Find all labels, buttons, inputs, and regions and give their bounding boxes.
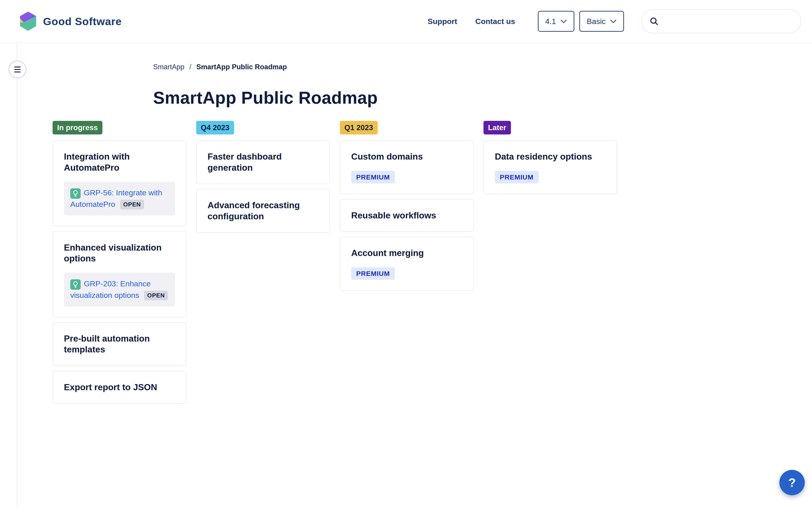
issue-status-badge: OPEN bbox=[120, 200, 144, 209]
sidebar-rail bbox=[0, 43, 17, 507]
breadcrumb-item-smartapp[interactable]: SmartApp bbox=[153, 63, 185, 71]
card-title: Reusable workflows bbox=[351, 210, 462, 221]
roadmap-card: Export report to JSON bbox=[53, 371, 186, 404]
column-status-badge: Later bbox=[484, 121, 511, 134]
column-status-badge: Q1 2023 bbox=[340, 121, 378, 134]
issue-link[interactable]: GRP-56: Integrate with AutomatePro bbox=[70, 188, 162, 209]
issue-status-badge: OPEN bbox=[144, 291, 168, 300]
card-title: Pre-built automation templates bbox=[64, 333, 175, 355]
nav-link-contact-us[interactable]: Contact us bbox=[475, 17, 515, 26]
search-icon bbox=[649, 16, 659, 26]
card-title: Advanced forecasting configuration bbox=[208, 200, 318, 222]
roadmap-card: Reusable workflows bbox=[340, 199, 473, 232]
page-title: SmartApp Public Roadmap bbox=[153, 88, 378, 108]
hamburger-icon bbox=[14, 66, 20, 67]
version-dropdown[interactable]: 4.1 bbox=[538, 11, 574, 32]
logo-text: Good Software bbox=[43, 15, 122, 27]
board-column: In progressIntegration with AutomateProG… bbox=[53, 121, 186, 409]
linked-issue-box: GRP-203: Enhance visualization options O… bbox=[64, 273, 175, 306]
chevron-down-icon bbox=[610, 19, 616, 23]
idea-lightbulb-icon bbox=[70, 279, 81, 290]
header: Good Software Support Contact us 4.1 Bas… bbox=[0, 0, 812, 43]
card-title: Integration with AutomatePro bbox=[64, 151, 175, 173]
nav-link-support[interactable]: Support bbox=[428, 17, 457, 26]
breadcrumb-separator: / bbox=[189, 63, 192, 71]
roadmap-board: In progressIntegration with AutomateProG… bbox=[53, 121, 617, 409]
chevron-down-icon bbox=[561, 19, 567, 23]
roadmap-card: Advanced forecasting configuration bbox=[196, 189, 330, 233]
logo[interactable]: Good Software bbox=[19, 10, 122, 33]
search-input[interactable] bbox=[663, 11, 794, 32]
card-title: Enhanced visualization options bbox=[64, 242, 175, 264]
premium-badge: PREMIUM bbox=[351, 267, 395, 280]
idea-lightbulb-icon bbox=[70, 188, 81, 199]
question-mark-icon: ? bbox=[789, 475, 796, 490]
card-title: Data residency options bbox=[495, 151, 606, 162]
column-status-badge: In progress bbox=[53, 121, 102, 134]
breadcrumb: SmartApp / SmartApp Public Roadmap bbox=[153, 63, 287, 71]
card-title: Custom domains bbox=[351, 151, 462, 162]
issue-link[interactable]: GRP-203: Enhance visualization options bbox=[70, 279, 151, 299]
roadmap-card: Enhanced visualization optionsGRP-203: E… bbox=[53, 231, 186, 317]
header-nav: Support Contact us 4.1 Basic bbox=[428, 9, 801, 33]
board-column: Q1 2023Custom domainsPREMIUMReusable wor… bbox=[340, 121, 473, 409]
linked-issue-box: GRP-56: Integrate with AutomatePro OPEN bbox=[64, 182, 175, 215]
roadmap-card: Custom domainsPREMIUM bbox=[340, 140, 473, 194]
card-title: Account merging bbox=[351, 247, 462, 259]
card-title: Faster dashboard generation bbox=[208, 151, 318, 173]
board-column: LaterData residency optionsPREMIUM bbox=[484, 121, 617, 409]
version-dropdown-value: 4.1 bbox=[545, 17, 556, 26]
sidebar-toggle-button[interactable] bbox=[9, 61, 26, 78]
premium-badge: PREMIUM bbox=[495, 171, 539, 183]
help-button[interactable]: ? bbox=[779, 470, 805, 495]
roadmap-card: Data residency optionsPREMIUM bbox=[484, 140, 617, 194]
search-box[interactable] bbox=[641, 9, 801, 33]
roadmap-card: Integration with AutomateProGRP-56: Inte… bbox=[53, 140, 186, 226]
roadmap-card: Faster dashboard generation bbox=[196, 140, 330, 184]
card-title: Export report to JSON bbox=[64, 382, 175, 393]
roadmap-card: Pre-built automation templates bbox=[53, 322, 186, 366]
plan-dropdown[interactable]: Basic bbox=[579, 11, 624, 32]
column-status-badge: Q4 2023 bbox=[196, 121, 234, 134]
logo-hexagon-icon bbox=[19, 10, 37, 33]
breadcrumb-item-current: SmartApp Public Roadmap bbox=[196, 63, 287, 71]
board-column: Q4 2023Faster dashboard generationAdvanc… bbox=[196, 121, 330, 409]
roadmap-card: Account mergingPREMIUM bbox=[340, 237, 473, 291]
plan-dropdown-value: Basic bbox=[587, 17, 606, 26]
premium-badge: PREMIUM bbox=[351, 171, 395, 183]
